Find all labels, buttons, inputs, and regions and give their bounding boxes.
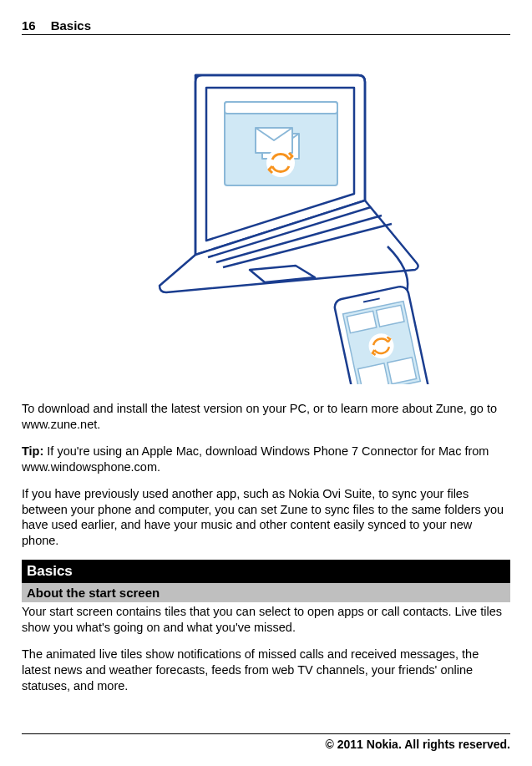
svg-rect-1 (225, 102, 337, 114)
page-header: 16 Basics (22, 18, 510, 35)
paragraph-start-screen-1: Your start screen contains tiles that yo… (22, 604, 510, 635)
header-title: Basics (51, 18, 91, 33)
page-number: 16 (22, 18, 36, 33)
paragraph-tip: Tip: If you're using an Apple Mac, downl… (22, 444, 510, 474)
section-heading-basics: Basics (22, 560, 510, 583)
subsection-heading-start-screen: About the start screen (22, 583, 510, 602)
copyright-text: © 2011 Nokia. All rights reserved. (326, 738, 510, 751)
svg-rect-13 (387, 358, 416, 384)
paragraph-previous-app: If you have previously used another app,… (22, 486, 510, 548)
page-footer: © 2011 Nokia. All rights reserved. (22, 733, 510, 751)
sync-illustration (22, 50, 510, 384)
paragraph-download: To download and install the latest versi… (22, 401, 510, 432)
page-container: 16 Basics (0, 0, 532, 766)
tip-label: Tip: (22, 444, 43, 458)
paragraph-start-screen-2: The animated live tiles show notificatio… (22, 647, 510, 693)
laptop-phone-sync-icon (99, 50, 433, 384)
tip-text: If you're using an Apple Mac, download W… (22, 444, 489, 474)
